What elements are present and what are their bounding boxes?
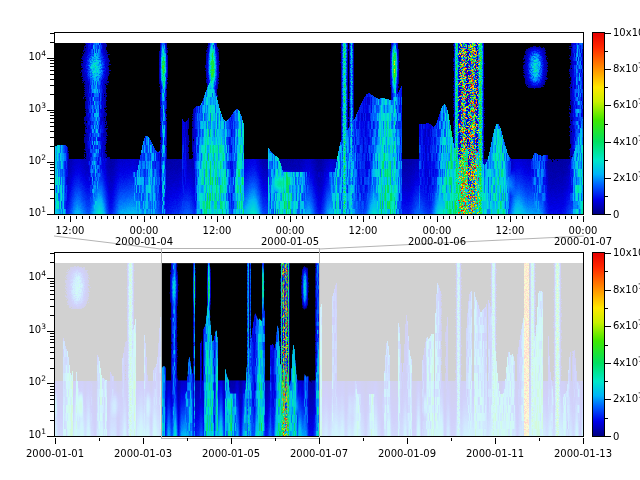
- x-minor-tick: [327, 216, 328, 219]
- zoom-selection-rect[interactable]: [161, 248, 320, 439]
- y-minor-tick: [50, 336, 54, 337]
- x-minor-tick: [211, 216, 212, 219]
- x-minor-tick: [64, 216, 65, 219]
- x-minor-tick: [272, 216, 273, 219]
- colorbar-major-tick: [605, 290, 611, 291]
- x-minor-tick: [205, 216, 206, 219]
- x-minor-tick: [522, 216, 523, 219]
- x-minor-tick: [290, 216, 291, 219]
- colorbar-tick-label: 0: [613, 431, 619, 442]
- y-minor-tick: [50, 347, 54, 348]
- x-tick-label: 2000-01-05: [202, 448, 260, 459]
- x-minor-tick: [321, 216, 322, 219]
- x-minor-tick: [479, 216, 480, 219]
- y-minor-tick: [50, 60, 54, 61]
- x-minor-tick: [528, 216, 529, 219]
- x-minor-tick: [375, 216, 376, 219]
- colorbar-minor-tick: [605, 196, 608, 197]
- colorbar-tick-label: 4x107: [613, 136, 640, 148]
- x-minor-tick: [125, 216, 126, 219]
- colorbar-minor-tick: [605, 308, 608, 309]
- x-minor-tick: [369, 216, 370, 219]
- y-tick-label: 104: [6, 271, 46, 283]
- x-tick-label: 00:00: [423, 225, 452, 236]
- x-tick-date-label: 2000-01-07: [554, 236, 612, 247]
- y-minor-tick: [50, 146, 54, 147]
- y-minor-tick: [50, 126, 54, 127]
- y-minor-tick: [50, 420, 54, 421]
- y-minor-tick: [50, 358, 54, 359]
- x-minor-tick: [534, 216, 535, 219]
- x-major-tick: [143, 438, 144, 444]
- x-minor-tick: [119, 216, 120, 219]
- y-minor-tick: [50, 368, 54, 369]
- colorbar-tick-label: 0: [613, 209, 619, 220]
- x-minor-tick: [546, 216, 547, 219]
- detail-spectrogram-canvas[interactable]: [55, 33, 583, 214]
- y-minor-tick: [50, 299, 54, 300]
- y-minor-tick: [50, 167, 54, 168]
- colorbar-tick-label: 8x107: [613, 284, 640, 296]
- x-tick-label: 00:00: [569, 225, 598, 236]
- context-colorbar: [592, 252, 605, 437]
- x-minor-tick: [131, 216, 132, 219]
- y-minor-tick: [50, 286, 54, 287]
- x-major-tick: [231, 438, 232, 444]
- y-major-tick: [47, 110, 54, 111]
- y-minor-tick: [50, 281, 54, 282]
- y-minor-tick: [50, 392, 54, 393]
- y-major-tick: [47, 278, 54, 279]
- y-minor-tick: [50, 389, 54, 390]
- y-major-tick: [47, 331, 54, 332]
- x-minor-tick: [363, 216, 364, 219]
- y-minor-tick: [50, 404, 54, 405]
- x-tick-label: 2000-01-11: [466, 448, 524, 459]
- y-tick-label: 104: [6, 51, 46, 63]
- y-minor-tick: [50, 283, 54, 284]
- x-minor-tick: [443, 216, 444, 219]
- x-minor-tick: [113, 216, 114, 219]
- x-minor-tick: [473, 216, 474, 219]
- y-minor-tick: [50, 79, 54, 80]
- colorbar-major-tick: [605, 363, 611, 364]
- x-minor-tick: [539, 438, 540, 441]
- x-minor-tick: [363, 438, 364, 441]
- x-minor-tick: [571, 216, 572, 219]
- colorbar-tick-label: 2x107: [613, 393, 640, 405]
- colorbar-tick-label: 6x107: [613, 320, 640, 332]
- y-minor-tick: [50, 164, 54, 165]
- y-minor-tick: [50, 137, 54, 138]
- x-tick-date-label: 2000-01-05: [261, 236, 319, 247]
- x-minor-tick: [314, 216, 315, 219]
- x-minor-tick: [455, 216, 456, 219]
- x-minor-tick: [388, 216, 389, 219]
- x-minor-tick: [357, 216, 358, 219]
- x-tick-label: 12:00: [56, 225, 85, 236]
- x-tick-label: 12:00: [203, 225, 232, 236]
- x-minor-tick: [150, 216, 151, 219]
- x-minor-tick: [192, 216, 193, 219]
- colorbar-minor-tick: [605, 418, 608, 419]
- x-tick-label: 2000-01-13: [554, 448, 612, 459]
- x-tick-label: 00:00: [276, 225, 305, 236]
- x-tick-date-label: 2000-01-04: [115, 236, 173, 247]
- y-minor-tick: [50, 118, 54, 119]
- x-minor-tick: [339, 216, 340, 219]
- x-tick-date-label: 2000-01-06: [408, 236, 466, 247]
- x-minor-tick: [89, 216, 90, 219]
- x-minor-tick: [491, 216, 492, 219]
- y-tick-label: 103: [6, 103, 46, 115]
- colorbar-minor-tick: [605, 124, 608, 125]
- x-minor-tick: [180, 216, 181, 219]
- x-minor-tick: [333, 216, 334, 219]
- x-minor-tick: [156, 216, 157, 219]
- x-minor-tick: [95, 216, 96, 219]
- x-minor-tick: [82, 216, 83, 219]
- x-minor-tick: [504, 216, 505, 219]
- y-minor-tick: [50, 342, 54, 343]
- colorbar-major-tick: [605, 142, 611, 143]
- x-minor-tick: [400, 216, 401, 219]
- y-tick-label: 103: [6, 324, 46, 336]
- y-minor-tick: [50, 115, 54, 116]
- x-minor-tick: [485, 216, 486, 219]
